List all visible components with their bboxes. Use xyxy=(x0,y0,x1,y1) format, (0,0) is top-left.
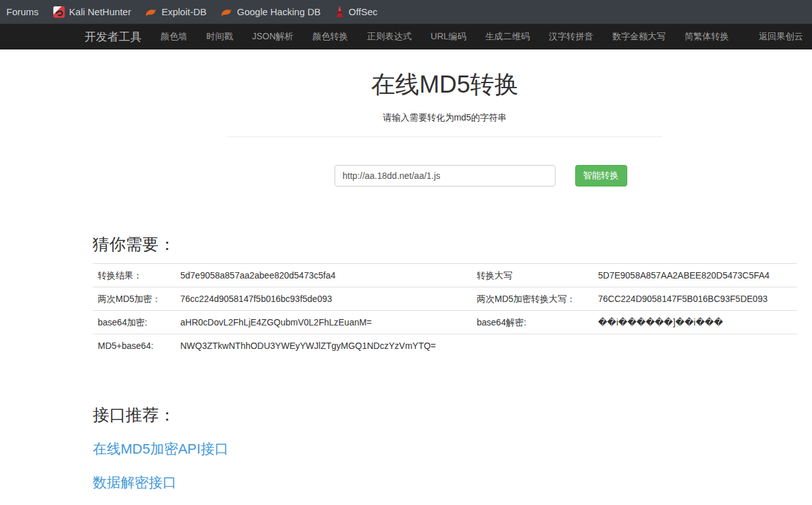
md5-results-table: 转换结果： 5d7e9058a857aa2abee820d5473c5fa4 转… xyxy=(93,263,797,357)
result-label: 转换结果： xyxy=(93,263,175,287)
hero-section: 在线MD5转换 请输入需要转化为md5的字符串 智能转换 xyxy=(227,49,662,187)
result-value xyxy=(593,334,797,357)
bookmark-offsec[interactable]: OffSec xyxy=(333,6,380,18)
result-label: base64解密: xyxy=(472,310,593,334)
offsec-lighthouse-icon xyxy=(335,6,344,18)
table-row: 两次MD5加密： 76cc224d9058147f5b016bc93f5de09… xyxy=(93,287,797,310)
nav-item-amount-uppercase[interactable]: 数字金额大写 xyxy=(612,31,665,43)
bookmark-kali-nethunter-label: Kali NetHunter xyxy=(69,6,131,17)
nav-item-url-encode[interactable]: URL编码 xyxy=(430,31,466,43)
result-value: 76CC224D9058147F5B016BC93F5DE093 xyxy=(593,287,797,310)
bookmark-google-hacking-db-label: Google Hacking DB xyxy=(237,6,321,17)
convert-form: 智能转换 xyxy=(227,165,662,187)
nav-item-color-wall[interactable]: 颜色墙 xyxy=(161,31,187,43)
result-label: 转换大写 xyxy=(472,263,593,287)
result-value: NWQ3ZTkwNThhODU3YWEyYWJlZTgyMGQ1NDczYzVm… xyxy=(175,334,472,357)
bookmarks-bar: Forums Kali NetHunter Exploit-DB Google … xyxy=(0,0,812,24)
bookmark-offsec-label: OffSec xyxy=(349,6,378,17)
exploit-db-bird-icon xyxy=(145,8,157,16)
result-label: MD5+base64: xyxy=(93,334,175,357)
link-data-decrypt-api[interactable]: 数据解密接口 xyxy=(93,473,176,492)
main-content: 在线MD5转换 请输入需要转化为md5的字符串 智能转换 猜你需要： 转换结果：… xyxy=(93,49,797,505)
kali-dragon-icon xyxy=(53,6,65,18)
result-label: 两次MD5加密转换大写： xyxy=(472,287,593,310)
nav-item-back-to-guochuangyun[interactable]: 返回果创云 xyxy=(759,31,803,43)
bookmark-exploit-db[interactable]: Exploit-DB xyxy=(143,6,209,17)
table-row: MD5+base64: NWQ3ZTkwNThhODU3YWEyYWJlZTgy… xyxy=(93,334,797,357)
result-value: 5d7e9058a857aa2abee820d5473c5fa4 xyxy=(175,263,472,287)
site-navbar: 开发者工具 颜色墙 时间戳 JSON解析 颜色转换 正则表达式 URL编码 生成… xyxy=(0,24,812,49)
result-label xyxy=(472,334,593,357)
link-md5-api[interactable]: 在线MD5加密API接口 xyxy=(93,440,229,459)
page-subtitle: 请输入需要转化为md5的字符串 xyxy=(227,112,662,124)
nav-item-json-parse[interactable]: JSON解析 xyxy=(252,31,293,43)
table-row: 转换结果： 5d7e9058a857aa2abee820d5473c5fa4 转… xyxy=(93,263,797,287)
bookmark-exploit-db-label: Exploit-DB xyxy=(161,6,206,17)
hero-divider xyxy=(227,136,662,137)
navbar-brand-developer-tools[interactable]: 开发者工具 xyxy=(84,29,142,44)
bookmark-forums-label: Forums xyxy=(6,6,39,17)
results-heading: 猜你需要： xyxy=(93,235,797,254)
nav-item-regex[interactable]: 正则表达式 xyxy=(367,31,411,43)
md5-source-input[interactable] xyxy=(335,165,556,187)
bookmark-google-hacking-db[interactable]: Google Hacking DB xyxy=(218,6,323,17)
nav-item-qrcode-generate[interactable]: 生成二维码 xyxy=(485,31,529,43)
result-value: 76cc224d9058147f5b016bc93f5de093 xyxy=(175,287,472,310)
result-value: 5D7E9058A857AA2ABEE820D5473C5FA4 xyxy=(593,263,797,287)
result-value: ��i������]��i��� xyxy=(593,310,797,334)
nav-item-timestamp[interactable]: 时间戳 xyxy=(206,31,233,43)
table-row: base64加密: aHR0cDovL2FhLjE4ZGQubmV0L2FhLz… xyxy=(93,310,797,334)
google-hacking-db-bird-icon xyxy=(221,8,232,16)
bookmark-forums[interactable]: Forums xyxy=(4,6,41,17)
bookmark-kali-nethunter[interactable]: Kali NetHunter xyxy=(51,6,134,18)
result-label: 两次MD5加密： xyxy=(93,287,175,310)
nav-item-hanzi-to-pinyin[interactable]: 汉字转拼音 xyxy=(549,31,593,43)
recommendations-heading: 接口推荐： xyxy=(93,405,797,425)
result-label: base64加密: xyxy=(93,310,175,334)
nav-item-color-convert[interactable]: 颜色转换 xyxy=(312,31,348,43)
result-value: aHR0cDovL2FhLjE4ZGQubmV0L2FhLzEuanM= xyxy=(175,310,472,334)
smart-convert-button[interactable]: 智能转换 xyxy=(575,165,627,187)
nav-item-simplified-traditional[interactable]: 简繁体转换 xyxy=(684,31,729,43)
page-title: 在线MD5转换 xyxy=(227,71,662,99)
